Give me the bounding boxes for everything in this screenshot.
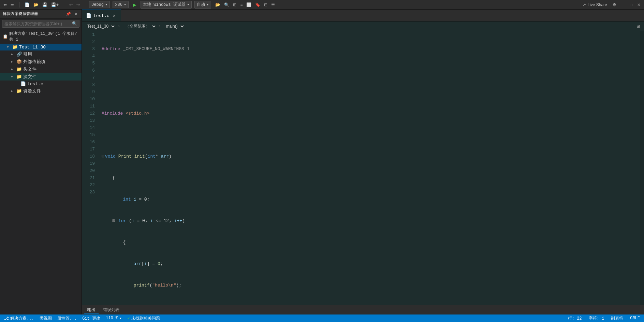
line-num-5: 5 <box>85 60 95 67</box>
sidebar-pin-button[interactable]: 📌 <box>65 11 72 17</box>
platform-dropdown[interactable]: x86 ▾ <box>113 1 129 8</box>
toolbar-btn-8[interactable]: ☰ <box>270 2 276 8</box>
new-file-button[interactable]: 📄 <box>23 2 31 8</box>
code-content[interactable]: #define _CRT_SECURE_NO_WARNINGS 1 #inclu… <box>99 31 640 305</box>
search-icon: 🔍 <box>72 21 77 26</box>
close-button[interactable]: ✕ <box>636 2 642 8</box>
code-line-5 <box>102 131 637 138</box>
line-num-19: 19 <box>85 160 95 167</box>
toolbar-btn-7[interactable]: ⊟ <box>263 2 269 8</box>
toolbar-btn-2[interactable]: 🔍 <box>223 2 231 8</box>
tree-item-project[interactable]: ▼ 📁 Test_11_30 <box>0 44 82 50</box>
tree-item-sources[interactable]: ▼ 📁 源文件 <box>0 73 82 80</box>
tab-testc[interactable]: 📄 test.c ✕ <box>82 10 121 21</box>
save-button[interactable]: 💾 <box>41 2 49 8</box>
expand-arrow-headers: ▶ <box>11 67 15 71</box>
references-label: 引用 <box>23 51 32 57</box>
tree-item-external-deps[interactable]: ▶ 📦 外部依赖项 <box>0 58 82 65</box>
sidebar-close-button[interactable]: ✕ <box>73 11 79 17</box>
config-dropdown[interactable]: Debug ▾ <box>89 1 110 8</box>
status-indent[interactable]: 制表符 <box>610 316 625 321</box>
tree-item-references[interactable]: ▶ 🔗 引用 <box>0 50 82 58</box>
project-icon: 📁 <box>12 44 18 50</box>
line-num-22: 22 <box>85 181 95 189</box>
status-properties[interactable]: 属性管... <box>56 316 78 321</box>
tab-output[interactable]: 输出 <box>84 306 99 314</box>
code-line-10: { <box>102 239 637 246</box>
eol-label: CRLF <box>630 316 640 321</box>
run-button[interactable]: ▶ <box>131 1 138 8</box>
line-num-10: 10 <box>85 96 95 103</box>
status-git-label: Git 更改 <box>82 316 100 321</box>
search-input[interactable] <box>4 21 71 26</box>
breadcrumb-fn-select[interactable]: main() <box>163 23 185 29</box>
status-line[interactable]: 行: 22 <box>567 316 583 321</box>
toolbar-btn-4[interactable]: ≡ <box>239 2 244 8</box>
solution-label: 📋 解决方案'Test_11_30'(1 个项目/共 1 <box>0 29 82 44</box>
indent-label: 制表符 <box>611 316 623 321</box>
forward-button[interactable]: ➡ <box>9 2 15 8</box>
mode-dropdown[interactable]: 自动 ▾ <box>194 1 211 9</box>
status-git[interactable]: Git 更改 <box>81 316 102 321</box>
breadcrumb-file-select[interactable]: Test_11_30 <box>85 23 116 29</box>
tab-bar: 📄 test.c ✕ <box>82 10 644 21</box>
live-share-button[interactable]: ↗ Live Share <box>581 2 609 8</box>
line-num-8: 8 <box>85 81 95 88</box>
tree-item-testc[interactable]: 📄 test.c <box>0 80 82 87</box>
live-share-icon: ↗ <box>583 2 586 7</box>
split-editor-button[interactable]: ⊞ <box>635 23 641 29</box>
toolbar-separator-1 <box>19 2 19 8</box>
external-deps-label: 外部依赖项 <box>23 59 45 65</box>
minimize-button[interactable]: — <box>620 2 627 8</box>
code-line-6: ⊟void Print_init(int* arr) <box>102 153 637 160</box>
redo-button[interactable]: ↪ <box>75 2 81 8</box>
minimap <box>640 31 644 305</box>
line-num-6: 6 <box>85 67 95 74</box>
maximize-button[interactable]: □ <box>629 2 634 8</box>
code-line-11: arr[i] = 0; <box>102 260 637 267</box>
breadcrumb-separator-2: › <box>159 24 161 29</box>
line-num-21: 21 <box>85 174 95 181</box>
status-class-view[interactable]: 类视图 <box>38 316 53 321</box>
status-ok[interactable]: ✓ 未找到相关问题 <box>126 316 161 321</box>
branch-icon: ⎇ <box>4 316 9 321</box>
headers-icon: 📁 <box>16 67 22 72</box>
status-solution-label: 解决方案... <box>10 316 34 321</box>
status-bar: ⎇ 解决方案... 类视图 属性管... Git 更改 110 % ▾ ✓ 未找… <box>0 314 644 322</box>
toolbar-debug-icons: 📂 🔍 ⊞ ≡ ⬜ 🔖 ⊟ ☰ <box>214 2 276 8</box>
chevron-down-icon: ▾ <box>105 2 107 7</box>
project-label: Test_11_30 <box>19 45 46 50</box>
open-button[interactable]: 📂 <box>32 2 40 8</box>
tab-errors[interactable]: 错误列表 <box>100 306 123 313</box>
zoom-label: 110 % <box>106 316 118 321</box>
status-eol[interactable]: CRLF <box>629 316 641 321</box>
line-num-16: 16 <box>85 138 95 146</box>
status-char[interactable]: 字符: 1 <box>587 316 606 321</box>
breadcrumb-scope-select[interactable]: （全局范围） <box>122 23 157 29</box>
code-editor[interactable]: 1 2 3 4 5 6 7 8 9 10 11 12 13 14 15 16 1… <box>82 31 644 305</box>
toolbar-btn-5[interactable]: ⬜ <box>245 2 253 8</box>
breadcrumb-bar: Test_11_30 › （全局范围） › main() ⊞ <box>82 21 644 31</box>
search-input-wrapper: 🔍 <box>2 20 79 28</box>
status-zoom[interactable]: 110 % ▾ <box>104 316 123 321</box>
solution-icon: 📋 <box>3 34 8 39</box>
toolbar-btn-6[interactable]: 🔖 <box>254 2 262 8</box>
target-dropdown[interactable]: 本地 Windows 调试器 ▾ <box>141 1 192 9</box>
live-share-label: Live Share <box>587 2 607 7</box>
back-button[interactable]: ⬅ <box>2 2 8 8</box>
line-num-4: 4 <box>85 53 95 60</box>
code-line-12: printf("hello\n"); <box>102 282 637 289</box>
save-all-button[interactable]: 💾+ <box>50 2 60 8</box>
status-solution[interactable]: ⎇ 解决方案... <box>3 316 35 321</box>
resources-icon: 📁 <box>16 88 22 94</box>
status-right: 行: 22 字符: 1 制表符 CRLF <box>567 316 641 321</box>
toolbar-btn-1[interactable]: 📂 <box>214 2 222 8</box>
tab-close-button[interactable]: ✕ <box>112 13 117 18</box>
tree-item-resources[interactable]: ▶ 📁 资源文件 <box>0 87 82 95</box>
resources-label: 资源文件 <box>23 88 41 94</box>
undo-button[interactable]: ↩ <box>68 2 74 8</box>
tree-item-headers[interactable]: ▶ 📁 头文件 <box>0 65 82 73</box>
toolbar-btn-3[interactable]: ⊞ <box>232 2 238 8</box>
line-numbers: 1 2 3 4 5 6 7 8 9 10 11 12 13 14 15 16 1… <box>82 31 99 305</box>
settings-button[interactable]: ⚙ <box>611 2 618 8</box>
